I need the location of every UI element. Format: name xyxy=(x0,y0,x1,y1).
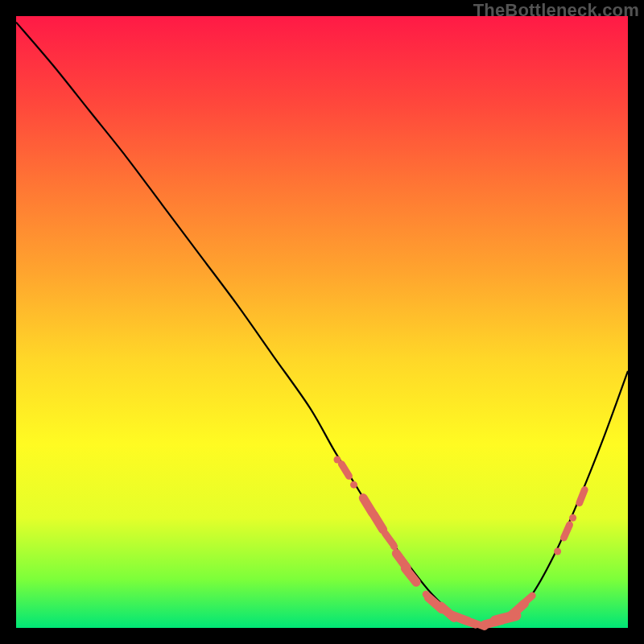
curve-markers xyxy=(334,456,585,627)
marker-pill xyxy=(580,489,585,502)
marker-dot xyxy=(350,481,357,489)
marker-pill xyxy=(363,498,373,514)
marker-pill xyxy=(385,534,393,545)
marker-pill xyxy=(341,464,349,476)
marker-pill xyxy=(522,596,532,605)
chart-svg xyxy=(16,16,628,628)
marker-dot xyxy=(554,548,561,555)
marker-pill xyxy=(564,525,569,538)
marker-pill xyxy=(405,568,416,582)
marker-dot xyxy=(569,514,576,522)
marker-pill xyxy=(374,514,383,530)
bottleneck-curve xyxy=(16,23,628,625)
chart-stage: TheBottleneck.com xyxy=(0,0,644,644)
bottleneck-curve-path xyxy=(16,23,628,625)
